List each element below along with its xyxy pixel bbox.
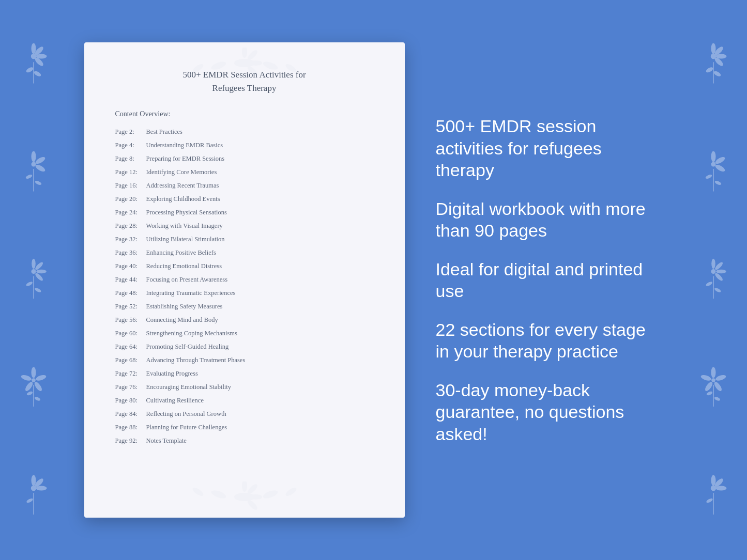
svg-point-79 [191,63,204,74]
svg-point-47 [714,156,726,165]
svg-point-51 [705,174,713,180]
toc-entry: Page 48: Integrating Traumatic Experienc… [115,288,374,298]
main-content: 500+ EMDR Session Activities for Refugee… [0,42,747,518]
svg-point-94 [250,494,262,500]
toc-entry: Page 88: Planning for Future Challenges [115,422,374,432]
svg-point-16 [34,261,44,271]
svg-point-84 [250,60,262,66]
svg-point-56 [714,272,724,282]
svg-point-21 [25,281,33,287]
toc-entry: Page 56: Connecting Mind and Body [115,315,374,325]
toc-entry: Page 24: Processing Physical Sensations [115,207,374,217]
svg-point-92 [242,481,247,492]
svg-point-87 [210,489,226,500]
svg-point-46 [711,151,716,162]
svg-point-55 [716,270,726,274]
svg-point-88 [262,489,278,500]
toc-entry: Page 84: Reflecting on Personal Growth [115,409,374,419]
toc-entry: Page 52: Establishing Safety Measures [115,301,374,312]
svg-point-57 [711,269,716,274]
svg-point-31 [34,396,41,402]
svg-point-35 [31,485,37,491]
feature-block-1: 500+ EMDR session activities for refugee… [436,115,663,181]
svg-point-81 [242,60,247,66]
svg-point-83 [246,49,258,61]
feature-block-4: 22 sections for every stage in your ther… [436,319,663,363]
floral-decoration-right [680,0,747,560]
svg-point-22 [34,287,42,293]
svg-point-7 [33,70,42,77]
toc-entry: Page 8: Preparing for EMDR Sessions [115,153,374,164]
toc-entry: Page 44: Focusing on Present Awareness [115,274,374,285]
svg-point-15 [32,259,36,269]
toc-entry: Page 72: Evaluating Progress [115,368,374,379]
svg-point-78 [262,60,278,71]
svg-point-10 [35,164,47,173]
svg-point-72 [716,486,727,490]
toc-entry: Page 60: Strengthening Coping Mechanisms [115,328,374,338]
svg-point-52 [714,180,722,186]
svg-point-24 [35,374,47,382]
svg-point-64 [704,381,714,392]
svg-point-23 [32,367,36,378]
document-card: 500+ EMDR Session Activities for Refugee… [84,42,405,518]
svg-point-37 [26,497,34,504]
toc-entry: Page 40: Reducing Emotional Distress [115,261,374,271]
svg-point-65 [700,374,712,382]
svg-point-49 [711,162,716,167]
feature-block-3: Ideal for digital and printed use [436,258,663,302]
svg-point-80 [284,63,297,74]
svg-point-66 [711,378,715,382]
toc-entry: Page 36: Enhancing Positive Beliefs [115,247,374,258]
toc-entry: Page 2: Best Practices [115,127,374,137]
svg-point-89 [191,486,204,497]
svg-point-27 [20,374,32,382]
svg-point-42 [711,54,716,59]
toc-entry: Page 32: Utilizing Bilateral Stimulation [115,234,374,244]
svg-point-17 [36,270,47,274]
svg-point-68 [706,391,713,396]
svg-point-63 [713,381,723,392]
feature-block-2: Digital workbook with more than 90 pages [436,198,663,242]
svg-point-30 [26,391,33,396]
svg-point-90 [284,486,297,497]
feature-block-5: 30-day money-back guarantee, no question… [436,379,663,445]
svg-point-34 [36,486,47,490]
svg-point-25 [33,381,43,392]
toc-entry: Page 4: Understanding EMDR Basics [115,140,374,150]
toc-entry: Page 68: Advancing Through Treatment Pha… [115,355,374,365]
svg-point-44 [705,67,714,74]
svg-point-19 [32,269,36,274]
svg-point-77 [210,60,226,71]
toc-entry: Page 76: Encouraging Emotional Stability [115,382,374,392]
svg-point-91 [242,494,247,500]
svg-point-9 [35,156,47,165]
right-panel: 500+ EMDR session activities for refugee… [436,115,663,445]
svg-point-45 [713,70,722,77]
svg-point-6 [25,67,34,74]
svg-point-59 [705,281,713,287]
svg-point-14 [35,180,42,186]
svg-point-28 [32,378,36,382]
svg-point-69 [714,396,721,402]
svg-point-85 [246,65,258,77]
svg-point-75 [706,497,713,504]
svg-point-53 [711,259,715,269]
svg-point-60 [714,287,722,293]
svg-point-54 [714,261,724,271]
svg-point-82 [242,48,247,58]
svg-point-48 [714,164,726,173]
toc-entry: Page 20: Exploring Childhood Events [115,194,374,204]
svg-point-11 [32,162,36,167]
doc-watermark-top [167,48,322,79]
svg-point-61 [711,367,716,378]
section-label: Content Overview: [115,110,374,118]
svg-point-26 [24,381,34,392]
toc-entry: Page 12: Identifying Core Memories [115,167,374,177]
doc-watermark-bottom [167,481,322,512]
svg-point-93 [246,483,258,495]
toc-entry: Page 28: Working with Visual Imagery [115,221,374,231]
toc-entry: Page 64: Promoting Self-Guided Healing [115,341,374,352]
svg-point-4 [31,54,37,59]
svg-point-8 [32,151,36,162]
